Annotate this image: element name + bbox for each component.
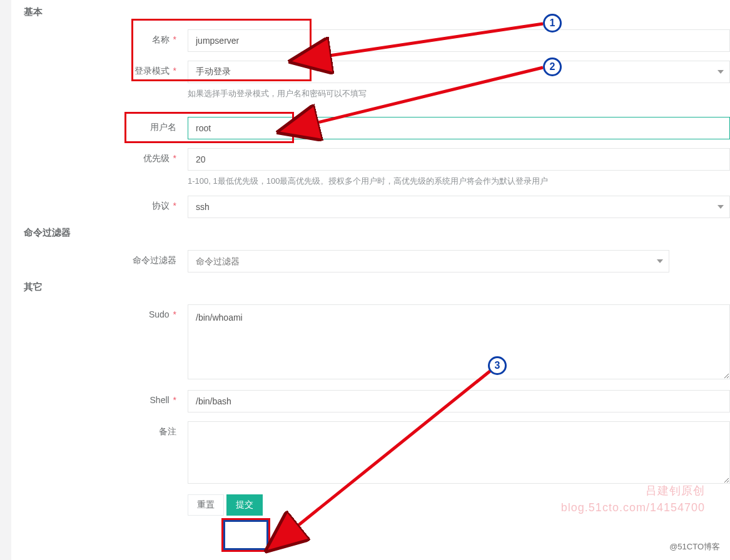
label-name: 名称 * [20, 29, 188, 46]
label-login-mode: 登录模式 * [20, 61, 188, 77]
label-username-text: 用户名 [150, 122, 176, 132]
label-priority-text: 优先级 [143, 153, 170, 163]
section-cmd-filter: 命令过滤器 [24, 227, 730, 239]
name-input[interactable] [188, 29, 730, 52]
section-other: 其它 [24, 281, 730, 293]
row-priority: 优先级 * 1-100, 1最低优先级，100最高优先级。授权多个用户时，高优先… [20, 148, 730, 187]
label-cmd-filter-text: 命令过滤器 [133, 255, 176, 265]
protocol-select[interactable] [188, 196, 730, 218]
shell-input[interactable] [188, 390, 730, 412]
label-sudo-text: Sudo [149, 309, 170, 319]
row-sudo: Sudo * /bin/whoami [20, 304, 730, 381]
required-star: * [173, 309, 176, 319]
form-content: 基本 名称 * 登录模式 * 如果选择手动登录模式，用户名和密码可以不填写 用户… [20, 6, 730, 516]
submit-button[interactable]: 提交 [226, 494, 263, 516]
help-priority: 1-100, 1最低优先级，100最高优先级。授权多个用户时，高优先级的系统用户… [188, 176, 730, 187]
label-priority: 优先级 * [20, 148, 188, 164]
login-mode-select-wrap [188, 61, 730, 83]
row-protocol: 协议 * [20, 196, 730, 218]
required-star: * [173, 201, 176, 211]
row-username: 用户名 [20, 117, 730, 139]
label-protocol-text: 协议 [152, 201, 170, 211]
cmd-filter-select[interactable] [188, 250, 669, 272]
section-basic: 基本 [24, 6, 730, 18]
username-input[interactable] [188, 117, 730, 139]
required-star: * [173, 153, 176, 163]
reset-button[interactable]: 重置 [188, 494, 224, 516]
required-star: * [173, 395, 176, 405]
label-remark-text: 备注 [159, 426, 176, 436]
required-star: * [173, 66, 176, 76]
row-login-mode: 登录模式 * 如果选择手动登录模式，用户名和密码可以不填写 [20, 61, 730, 99]
required-star: * [173, 34, 176, 44]
label-sudo: Sudo * [20, 304, 188, 319]
help-login-mode: 如果选择手动登录模式，用户名和密码可以不填写 [188, 88, 730, 99]
label-protocol: 协议 * [20, 196, 188, 212]
sudo-textarea[interactable]: /bin/whoami [188, 304, 730, 379]
label-username: 用户名 [20, 117, 188, 133]
login-mode-select[interactable] [188, 61, 730, 83]
anno-box-3-outer [221, 518, 270, 552]
protocol-select-wrap [188, 196, 730, 218]
site-watermark: @51CTO博客 [669, 541, 720, 552]
side-stripe [0, 0, 11, 560]
remark-textarea[interactable] [188, 421, 730, 484]
label-cmd-filter: 命令过滤器 [20, 250, 188, 266]
row-remark: 备注 [20, 421, 730, 486]
row-shell: Shell * [20, 390, 730, 412]
cmd-filter-select-wrap [188, 250, 669, 272]
label-shell: Shell * [20, 390, 188, 405]
label-login-mode-text: 登录模式 [134, 66, 170, 76]
priority-input[interactable] [188, 148, 730, 171]
row-cmd-filter: 命令过滤器 [20, 250, 730, 272]
label-name-text: 名称 [152, 34, 170, 44]
row-buttons: 重置 提交 [20, 494, 730, 516]
label-remark: 备注 [20, 421, 188, 438]
row-name: 名称 * [20, 29, 730, 52]
anno-box-3 [223, 520, 268, 550]
label-shell-text: Shell [150, 395, 170, 405]
